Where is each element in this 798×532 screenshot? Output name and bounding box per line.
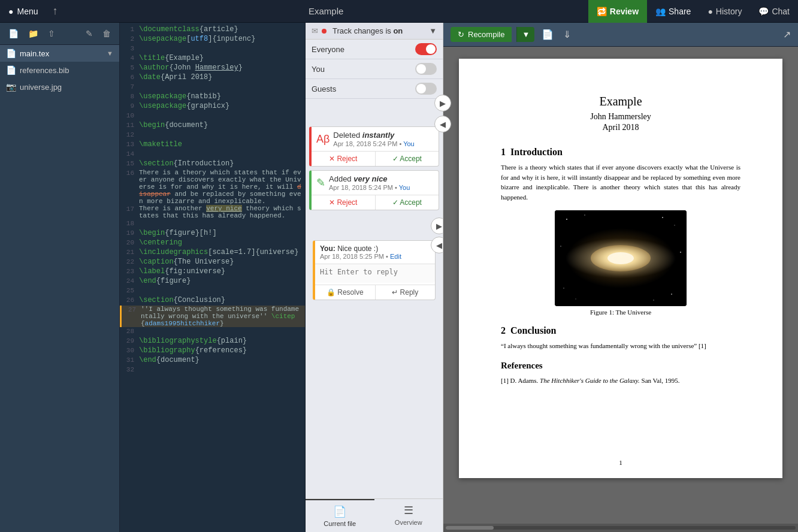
nav-right-upper[interactable]: ▶ bbox=[434, 95, 451, 111]
toggle-you-knob bbox=[416, 64, 426, 74]
svg-point-3 bbox=[607, 252, 634, 264]
nav-left-comment[interactable]: ◀ bbox=[431, 237, 443, 253]
editor-line: 6 \date{April 2018} bbox=[120, 73, 305, 83]
editor-line: 18 bbox=[120, 219, 305, 229]
toggle-you-switch[interactable] bbox=[415, 63, 437, 75]
toggle-guests-row: Guests bbox=[306, 79, 443, 99]
sidebar-item-references-bib[interactable]: 📄 references.bib bbox=[0, 62, 119, 78]
toggle-guests-knob bbox=[416, 84, 426, 93]
comment-author: You: bbox=[320, 244, 335, 253]
editor-line: 10 bbox=[120, 111, 305, 121]
chat-button[interactable]: 💬 Chat bbox=[750, 0, 798, 23]
editor-line: 24 \end{figure} bbox=[120, 277, 305, 286]
resolve-button[interactable]: 🔒 Resolve bbox=[315, 285, 376, 300]
menu-icon: ● bbox=[8, 7, 13, 16]
comment-edit-link[interactable]: Edit bbox=[390, 253, 401, 260]
new-folder-button[interactable]: 📁 bbox=[25, 26, 42, 41]
sidebar-toolbar: 📄 📁 ⇧ ✎ 🗑 bbox=[0, 23, 119, 45]
history-button[interactable]: ● History bbox=[699, 0, 750, 23]
reply-button[interactable]: ↵ Reply bbox=[376, 285, 436, 300]
svg-point-1 bbox=[567, 228, 675, 288]
track-changes-dot bbox=[322, 29, 327, 34]
pdf-fig-caption: Figure 1: The Universe bbox=[590, 309, 651, 316]
editor-line-27: 27 ''I always thought something was fund… bbox=[120, 306, 305, 327]
pdf-section1-heading: 1 Introduction bbox=[501, 147, 740, 158]
comment-nav-divider: ▶ ◀ bbox=[309, 217, 439, 229]
comment-reply-input[interactable] bbox=[315, 264, 435, 283]
editor-panel: 1 \documentclass{article} 2 \usepackage[… bbox=[120, 23, 306, 532]
main-layout: 📄 📁 ⇧ ✎ 🗑 📄 main.tex ▼ 📄 references.bib … bbox=[0, 23, 798, 532]
review-bottom-tabs: 📄 Current file ☰ Overview bbox=[306, 498, 443, 532]
upload-button[interactable]: ⇧ bbox=[44, 26, 59, 41]
nav-left-upper[interactable]: ◀ bbox=[434, 116, 451, 132]
svg-point-10 bbox=[563, 288, 564, 289]
editor-line: 1 \documentclass{article} bbox=[120, 25, 305, 35]
change-card-added: ✎ Added very nice Apr 18, 2018 5:24 PM •… bbox=[309, 170, 439, 210]
svg-point-12 bbox=[575, 298, 576, 299]
svg-point-6 bbox=[662, 217, 663, 218]
editor-line: 2 \usepackage[utf8]{inputenc} bbox=[120, 35, 305, 44]
toggle-guests-label: Guests bbox=[312, 84, 415, 93]
review-icon: 🔁 bbox=[597, 7, 607, 16]
editor-line: 32 bbox=[120, 365, 305, 375]
comment-text: Nice quote :) bbox=[337, 244, 378, 253]
pdf-section2-heading: 2 Conclusion bbox=[501, 325, 740, 336]
pdf-panel: ↻ Recompile ▼ 📄 ⇓ ↗ Example John Hammers… bbox=[443, 23, 798, 532]
img-file-icon: 📷 bbox=[6, 82, 16, 92]
editor-content[interactable]: 1 \documentclass{article} 2 \usepackage[… bbox=[120, 23, 305, 532]
undo-button[interactable]: ↑ bbox=[47, 5, 64, 17]
track-changes-dropdown-icon[interactable]: ▼ bbox=[429, 26, 437, 35]
editor-line: 16 There is a theory which states that i… bbox=[120, 169, 305, 205]
editor-line: 22 \caption{The Universe} bbox=[120, 258, 305, 267]
accept-added-button[interactable]: ✓ Accept bbox=[376, 195, 439, 210]
editor-line: 13 \maketitle bbox=[120, 140, 305, 150]
sidebar-file-main-tex-label: main.tex bbox=[20, 49, 49, 58]
expand-icon: ▼ bbox=[107, 50, 113, 57]
reject-added-button[interactable]: ✕ Reject bbox=[312, 195, 376, 210]
editor-line: 5 \author{John Hammersley} bbox=[120, 64, 305, 73]
review-panel: ✉ Track changes is on ▼ Everyone You Gue… bbox=[306, 23, 443, 532]
pdf-content: Example John Hammersley April 2018 1 Int… bbox=[443, 47, 798, 524]
editor-line: 11 \begin{document} bbox=[120, 121, 305, 131]
svg-point-8 bbox=[560, 246, 561, 247]
editor-line: 8 \usepackage{natbib} bbox=[120, 92, 305, 102]
pdf-galaxy-image bbox=[555, 210, 687, 306]
new-file-button[interactable]: 📄 bbox=[5, 26, 22, 41]
recompile-dropdown-button[interactable]: ▼ bbox=[516, 27, 534, 42]
toggle-guests-switch[interactable] bbox=[415, 83, 437, 95]
pdf-title: Example bbox=[501, 95, 740, 108]
editor-line: 15 \section{Introduction} bbox=[120, 159, 305, 169]
toggle-everyone-knob bbox=[426, 44, 436, 54]
tab-current-file[interactable]: 📄 Current file bbox=[306, 499, 374, 532]
toggle-everyone-switch[interactable] bbox=[415, 43, 437, 55]
added-change-icon: ✎ bbox=[316, 176, 325, 189]
tab-overview[interactable]: ☰ Overview bbox=[374, 499, 443, 532]
reject-deleted-button[interactable]: ✕ Reject bbox=[312, 152, 376, 166]
pdf-view-icon[interactable]: 📄 bbox=[539, 26, 556, 43]
overview-icon: ☰ bbox=[404, 504, 413, 517]
accept-deleted-button[interactable]: ✓ Accept bbox=[376, 152, 439, 166]
pdf-figure: Figure 1: The Universe bbox=[501, 210, 740, 316]
svg-point-9 bbox=[680, 252, 681, 253]
pdf-download-icon[interactable]: ⇓ bbox=[561, 26, 573, 43]
editor-line: 12 bbox=[120, 131, 305, 140]
delete-button[interactable]: 🗑 bbox=[99, 26, 114, 41]
recompile-button[interactable]: ↻ Recompile bbox=[451, 27, 512, 42]
pdf-date: April 2018 bbox=[501, 123, 740, 132]
sidebar-item-main-tex[interactable]: 📄 main.tex ▼ bbox=[0, 45, 119, 62]
topbar: ● Menu ↑ Example 🔁 Review 👥 Share ● Hist… bbox=[0, 0, 798, 23]
editor-line: 19 \begin{figure}[h!] bbox=[120, 229, 305, 238]
pdf-scrollbar[interactable] bbox=[443, 524, 798, 532]
toggle-everyone-label: Everyone bbox=[312, 45, 415, 54]
toggle-you-row: You bbox=[306, 59, 443, 79]
toggle-everyone-row: Everyone bbox=[306, 40, 443, 59]
svg-point-5 bbox=[584, 214, 585, 216]
review-button[interactable]: 🔁 Review bbox=[588, 0, 647, 23]
menu-button[interactable]: ● Menu bbox=[0, 0, 47, 22]
share-button[interactable]: 👥 Share bbox=[647, 0, 699, 23]
sidebar-item-universe-jpg[interactable]: 📷 universe.jpg bbox=[0, 78, 119, 95]
nav-right-comment[interactable]: ▶ bbox=[431, 217, 443, 234]
rename-button[interactable]: ✎ bbox=[82, 26, 96, 41]
review-scroll-area: Αβ Deleted instantly Apr 18, 2018 5:24 P… bbox=[306, 99, 443, 498]
pdf-fullscreen-icon[interactable]: ↗ bbox=[783, 29, 791, 40]
